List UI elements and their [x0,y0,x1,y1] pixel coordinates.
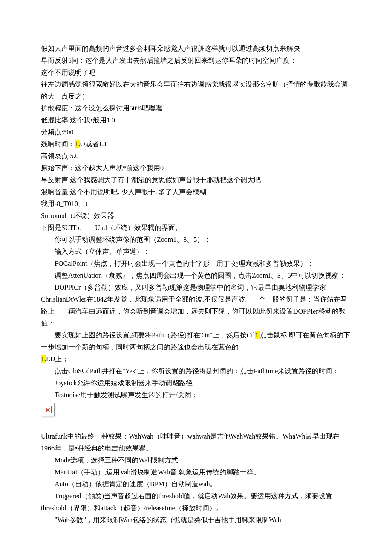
broken-image-x [44,406,52,413]
paragraph: FOCalPoint（焦点，打开时会出现一个黄色的十字形，用丁·处理衰减和多普勒… [41,258,351,270]
paragraph: "Wah参数"，用来限制Wah包络的状态（也就是类似于吉他手用脚来限制Wah [41,514,351,526]
paragraph: 早反射声:这个我感调大了有中潮湿的意思假如声音很干那就把这个调大吧 [41,174,351,186]
paragraph: 往左边调感觉领很宽敞好以在大的音乐会里面往右边调感觉就很塌实没那么空旷（抒情的慢… [41,78,351,102]
text: O或者1.1 [80,140,107,148]
paragraph: 我用-8_T010、） [41,198,351,210]
paragraph: 假如人声里面的高频的声音过多会刺耳朵感觉人声很脏这样就可以通过高频切点来解决 [41,43,351,55]
paragraph: Testnoise用于触发测试噪声发生涔的打开/关闭； [41,389,351,401]
highlight: 1. [255,331,260,339]
paragraph: Auto（自动）依据肯定的速度（BPM）自动制造wah。 [41,478,351,490]
paragraph: DOPPlCr（多普勒）效应，又叫多普勒现第这是物理学中的名词，它最早由奥地利物… [41,282,351,329]
paragraph: Triggered（触发)当声音超过右面的threshold值，就启动Wah效果… [41,490,351,514]
paragraph: 扩散程度：这个没怎么探讨用50%吧嘿嘿 [41,102,351,114]
paragraph: 残响时间：1.O或者1.1 [41,138,351,150]
paragraph: 这个不用说明了吧 [41,67,351,78]
paragraph: 下图是SUIT o Und（环绕）效果耦的界面。 [41,222,351,234]
paragraph: 分频点:500 [41,126,351,138]
paragraph: 点击CloSCdPath并打在"Yes"上，你所设置的路径将是封闭的：点击Pat… [41,365,351,377]
paragraph: 输入方式（立体声、单声道）： [41,246,351,258]
paragraph: Mode选项，选择三种不同的Wah限制方式. [41,454,351,466]
paragraph: ManUaI（手动）,运用Vah滑块制造Wah音,就象运用传统的脚踏一样。 [41,466,351,478]
paragraph: Joystick允许你运用嬉戏限制器来手动调貂路径： [41,377,351,389]
text: ED上； [46,355,69,363]
spacer [41,426,351,430]
paragraph: 高领哀点:5.0 [41,150,351,162]
paragraph: 混响音量:这个不用说明吧. 少人声很干. 多了人声会模糊 [41,186,351,198]
paragraph: 调整AttenUation（衰减），焦点四周会出现一个黄色的圆圈，点击ZoomI… [41,270,351,282]
paragraph: 早而反射5间：这个是人声发出去然后撞墙之后反射回来到达你耳朵的时间空间广度： [41,55,351,67]
paragraph: 低混比率:这个我•般用1.0 [41,114,351,126]
paragraph: Surround（环绕）效果器: [41,210,351,222]
paragraph: Ultrafunk中的最终一种效果：WahWah（哇哇音）wahwah是吉他Wa… [41,430,351,454]
text: 要实现如上图的路径设置,须要将Path（路径)打在'On"上，然后按Ctl [55,331,255,339]
paragraph: 你可以手动调整环绕声像的范围（Zoom1、3、5）； [41,234,351,246]
document-page: 假如人声里面的高频的声音过多会刺耳朵感觉人声很脏这样就可以通过高频切点来解决 早… [0,0,392,555]
highlight: 1. [75,140,80,148]
highlight: 1. [41,355,46,363]
paragraph: 要实现如上图的路径设置,须要将Path（路径)打在'On"上，然后按Ctl1.点… [41,329,351,365]
text: 残响时间： [41,140,75,148]
paragraph: 原始下声：这个越大人声就*前这个我用0 [41,162,351,174]
broken-image-icon [41,403,55,416]
